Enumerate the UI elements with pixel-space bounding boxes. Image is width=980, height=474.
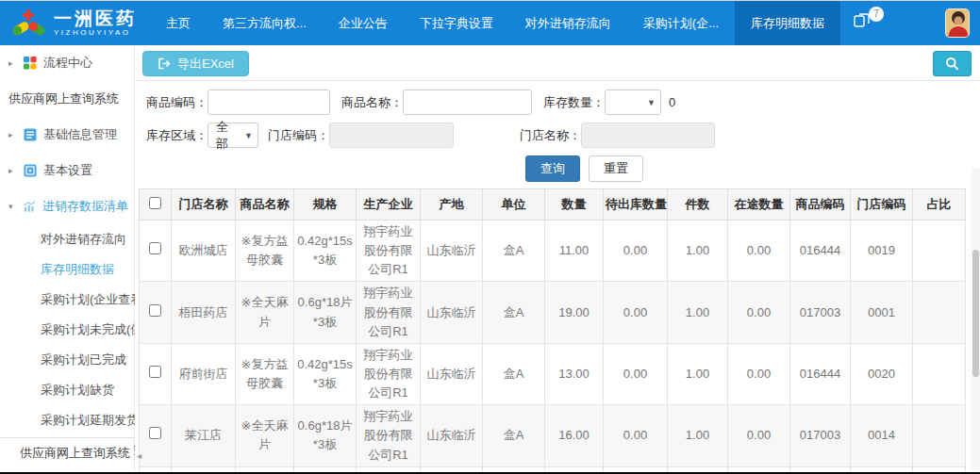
stock-qty-label: 库存数量： (543, 94, 605, 111)
col-in-transit: 在途数量 (728, 189, 790, 221)
select-all-checkbox[interactable] (149, 197, 161, 209)
sidebar-item-process-center[interactable]: ▸ 流程中心 (0, 45, 134, 81)
sidebar-item-label: 进销存数据清单 (42, 198, 128, 215)
product-code-input[interactable] (208, 90, 330, 115)
store-name-input[interactable] (581, 123, 715, 148)
sidebar-item-inventory-data-list[interactable]: ▾ 进销存数据清单 (0, 188, 134, 224)
table-row: 府前街店 ※复方益母胶囊 0.42g*15s*3板 翔宇药业股份有限公司R1 山… (140, 343, 966, 404)
select-all-cell (140, 189, 172, 221)
col-product-code: 商品编码 (790, 189, 851, 221)
avatar-image (946, 9, 970, 38)
sidebar-sub-purchase-plan-unfinished[interactable]: 采购计划未完成(供应... (0, 315, 134, 345)
cell-product-name: ※全天麻片 (236, 405, 294, 466)
scrollbar-thumb[interactable] (972, 250, 979, 377)
query-button[interactable]: 查询 (525, 155, 580, 182)
sidebar: ▸ 流程中心 供应商网上查询系统 ▸ 基础信息管理 ▸ (0, 45, 135, 472)
cell-store-code: 0019 (851, 221, 913, 282)
avatar[interactable] (945, 8, 970, 38)
filter-actions: 查询 重置 (525, 155, 971, 182)
nav-item-external-invoicing-flow[interactable]: 对外进销存流向 (509, 1, 627, 45)
cell-in-transit: 0.00 (728, 405, 790, 466)
product-name-label: 商品名称： (341, 94, 403, 111)
cell-qty: 13.00 (545, 343, 604, 404)
cell-in-transit: 0.00 (728, 282, 790, 343)
notification-badge: 7 (869, 7, 884, 22)
caret-down-icon: ▾ (8, 202, 17, 211)
export-icon (158, 57, 171, 70)
nav-item-inventory-detail[interactable]: 库存明细数据 (735, 1, 840, 45)
cell-pieces: 1.00 (668, 405, 728, 466)
cell-pieces: 1.00 (668, 343, 728, 404)
store-code-input[interactable] (329, 123, 454, 148)
sidebar-sub-external-invoicing-flow[interactable]: 对外进销存流向 (0, 224, 134, 254)
cell-store-code: 0014 (851, 405, 913, 466)
open-windows-button[interactable]: 7 (840, 1, 882, 45)
sidebar-sub-purchase-plan-finished[interactable]: 采购计划已完成 (0, 345, 134, 375)
reset-button[interactable]: 重置 (589, 155, 643, 182)
row-checkbox[interactable] (149, 427, 161, 439)
col-origin: 产地 (421, 189, 483, 221)
page-layout: ▸ 流程中心 供应商网上查询系统 ▸ 基础信息管理 ▸ (0, 45, 980, 472)
row-checkbox[interactable] (149, 304, 161, 317)
main-nav: 主页 第三方流向权... 企业公告 下拉字典设置 对外进销存流向 采购计划(企.… (150, 1, 882, 45)
stock-qty-suffix: 0 (669, 95, 675, 109)
chevron-down-icon: ▼ (647, 98, 656, 107)
sidebar-footer[interactable]: 供应商网上查询系统 (0, 437, 134, 470)
filter-panel: 商品编码： 商品名称： 库存数量： ▼ 0 库存区域： 全部 ▼ 门店编码： (135, 81, 980, 182)
vertical-scrollbar[interactable] (972, 168, 980, 470)
brand-title: 一洲医药 (54, 9, 137, 28)
main-content: 导出EXcel 商品编码： 商品名称： 库存数量： ▼ 0 (135, 45, 980, 472)
row-checkbox[interactable] (149, 366, 161, 378)
cell-spec: 0.42g*15s*3板 (294, 221, 357, 282)
sidebar-sub-inventory-detail[interactable]: 库存明细数据 (0, 254, 134, 285)
cell-origin: 山东临沂 (421, 343, 483, 404)
product-name-input[interactable] (403, 90, 532, 115)
stock-region-select[interactable]: 全部 ▼ (208, 123, 258, 148)
cell-product-code: 016444 (790, 221, 851, 282)
search-button[interactable] (933, 51, 972, 76)
col-unit: 单位 (483, 189, 545, 221)
brand-logo[interactable]: 一洲医药 YIZHOUYIYAO (0, 1, 150, 45)
col-store-name: 门店名称 (172, 189, 236, 221)
sidebar-item-basic-info[interactable]: ▸ 基础信息管理 (0, 117, 134, 153)
row-checkbox[interactable] (149, 242, 161, 254)
cell-pending-out: 0.00 (604, 282, 668, 343)
brand-subtitle: YIZHOUYIYAO (54, 28, 137, 37)
nav-item-purchase-plan[interactable]: 采购计划(企... (627, 1, 735, 45)
row-select-cell (140, 405, 172, 466)
cell-unit: 盒A (483, 282, 545, 343)
cell-ratio (913, 221, 966, 282)
scroll-left-arrow-icon[interactable]: ◂ (137, 450, 141, 461)
sidebar-section-title: 供应商网上查询系统 (0, 81, 134, 117)
nav-item-home[interactable]: 主页 (150, 1, 207, 45)
export-excel-button[interactable]: 导出EXcel (142, 51, 249, 76)
nav-item-third-party-flow[interactable]: 第三方流向权... (207, 1, 323, 45)
sidebar-item-basic-settings[interactable]: ▸ 基本设置 (0, 153, 134, 188)
brand-text: 一洲医药 YIZHOUYIYAO (54, 9, 137, 37)
nav-item-dropdown-dictionary[interactable]: 下拉字典设置 (404, 1, 509, 45)
col-qty: 数量 (545, 189, 604, 221)
sidebar-item-label: 流程中心 (43, 55, 92, 72)
col-manufacturer: 生产企业 (357, 189, 421, 221)
caret-right-icon: ▸ (8, 58, 17, 68)
cell-product-name: ※复方益母胶囊 (236, 221, 294, 282)
sidebar-sub-purchase-plan-shortage[interactable]: 采购计划缺货 (0, 375, 134, 405)
sidebar-sub-purchase-plan-company-view[interactable]: 采购计划(企业查看) (0, 285, 134, 315)
product-code-label: 商品编码： (146, 94, 208, 111)
chart-icon (24, 200, 36, 213)
store-name-label: 门店名称： (520, 127, 581, 144)
caret-right-icon: ▸ (8, 166, 17, 175)
sidebar-sub-purchase-plan-delayed-shipment[interactable]: 采购计划延期发货 (0, 405, 134, 435)
row-select-cell (140, 221, 172, 282)
workflow-grid-icon (24, 57, 37, 70)
nav-item-company-announcements[interactable]: 企业公告 (323, 1, 404, 45)
cell-pieces: 1.00 (668, 221, 728, 282)
cell-manufacturer: 翔宇药业股份有限公司R1 (357, 221, 421, 282)
cell-qty: 19.00 (545, 282, 604, 343)
cell-product-name: ※全天麻片 (236, 282, 294, 343)
cell-store-name: 欧洲城店 (172, 221, 236, 282)
stock-qty-select[interactable]: ▼ (605, 90, 661, 115)
settings-icon (24, 164, 37, 177)
inventory-table: 门店名称 商品名称 规格 生产企业 产地 单位 数量 待出库数量 件数 在途数量… (139, 188, 966, 472)
document-icon (24, 128, 37, 141)
